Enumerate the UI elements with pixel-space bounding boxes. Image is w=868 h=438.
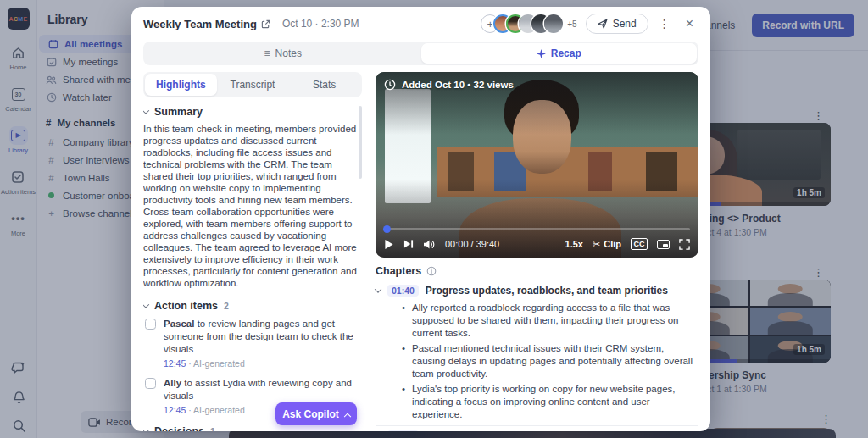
captions-button[interactable]: CC bbox=[631, 238, 648, 250]
chapter-bullet: Pascal mentioned technical issues with t… bbox=[401, 342, 698, 380]
tab-notes[interactable]: ≡ Notes bbox=[145, 43, 421, 64]
avatar[interactable] bbox=[544, 14, 563, 33]
action-items-count: 2 bbox=[224, 301, 229, 311]
subtab-stats[interactable]: Stats bbox=[288, 74, 360, 96]
chapter-row-expanded[interactable]: 01:40 Progress updates, roadblocks, and … bbox=[376, 280, 698, 301]
chevron-down-icon bbox=[143, 426, 149, 431]
subtab-transcript[interactable]: Transcript bbox=[217, 74, 289, 96]
pip-icon[interactable] bbox=[657, 240, 670, 249]
send-button[interactable]: Send bbox=[586, 14, 648, 34]
meeting-recap-modal: Weekly Team Meeting Oct 10 · 2:30 PM + +… bbox=[131, 7, 710, 431]
meeting-title: Weekly Team Meeting bbox=[143, 18, 257, 30]
ai-generated-label: AI-generated bbox=[193, 358, 245, 369]
chapter-timestamp[interactable]: 09:29 bbox=[387, 430, 419, 431]
timestamp-link[interactable]: 12:45 bbox=[164, 405, 186, 415]
subtab-highlights[interactable]: Highlights bbox=[145, 74, 217, 96]
chapter-timestamp[interactable]: 01:40 bbox=[387, 285, 419, 297]
chapters-header: Chapters bbox=[376, 265, 698, 277]
modal-header: Weekly Team Meeting Oct 10 · 2:30 PM + +… bbox=[131, 7, 710, 41]
action-items-header[interactable]: Action items 2 bbox=[143, 300, 362, 312]
play-button[interactable] bbox=[384, 239, 394, 250]
action-item-checkbox[interactable] bbox=[145, 378, 156, 389]
meeting-datetime: Oct 10 · 2:30 PM bbox=[282, 18, 359, 30]
external-link-icon[interactable] bbox=[261, 19, 270, 29]
notes-list-icon: ≡ bbox=[264, 47, 270, 59]
action-item: Pascal to review landing pages and get s… bbox=[145, 318, 362, 369]
meeting-title-row: Weekly Team Meeting bbox=[143, 18, 270, 30]
next-frame-button[interactable] bbox=[403, 239, 414, 249]
decisions-header[interactable]: Decisions 1 bbox=[143, 425, 362, 431]
kebab-menu-icon[interactable]: ⋮ bbox=[657, 17, 672, 30]
assignee-name: Pascal bbox=[164, 319, 194, 329]
action-item-checkbox[interactable] bbox=[145, 319, 156, 330]
fullscreen-icon[interactable] bbox=[679, 239, 690, 250]
subtab-bar: Highlights Transcript Stats bbox=[143, 72, 362, 97]
ai-generated-label: AI-generated bbox=[193, 405, 245, 415]
chapter-bullets: Ally reported a roadblock regarding acce… bbox=[401, 302, 698, 420]
close-icon[interactable]: × bbox=[681, 16, 698, 31]
app-window: ACME Home 30 Calendar ▶ Library Action i… bbox=[0, 0, 868, 438]
chapter-bullet: Lydia's top priority is working on copy … bbox=[401, 383, 698, 421]
recap-panel: Added Oct 10 • 32 views 00:00 / bbox=[376, 72, 698, 431]
timestamp-link[interactable]: 12:45 bbox=[164, 358, 186, 369]
summary-header[interactable]: Summary bbox=[143, 106, 362, 118]
decisions-count: 1 bbox=[210, 426, 215, 431]
video-time: 00:00 / 39:40 bbox=[445, 239, 499, 249]
chevron-down-icon bbox=[143, 302, 149, 308]
send-plane-icon bbox=[598, 19, 608, 29]
video-meta-overlay: Added Oct 10 • 32 views bbox=[384, 79, 514, 91]
chevron-down-icon bbox=[143, 107, 149, 114]
chapter-bullet: Ally reported a roadblock regarding acce… bbox=[401, 302, 698, 340]
avatar-overflow-count[interactable]: +5 bbox=[567, 19, 576, 29]
notes-recap-tabbar: ≡ Notes Recap bbox=[143, 42, 698, 65]
chapter-row[interactable]: 09:29 Cross-team collaboration opportuni… bbox=[376, 425, 698, 431]
video-controls: 00:00 / 39:40 1.5x ✂ Clip CC bbox=[376, 230, 698, 258]
scrollbar[interactable] bbox=[359, 106, 362, 179]
participant-avatars: + +5 bbox=[481, 14, 576, 33]
sparkle-icon bbox=[537, 49, 546, 58]
playback-speed-button[interactable]: 1.5x bbox=[565, 239, 583, 249]
volume-icon[interactable] bbox=[423, 239, 436, 250]
chevron-down-icon bbox=[375, 286, 381, 292]
clip-button[interactable]: ✂ Clip bbox=[593, 239, 621, 250]
info-icon[interactable] bbox=[426, 266, 437, 276]
scissors-icon: ✂ bbox=[593, 239, 600, 250]
summary-text: In this team check-in meeting, members p… bbox=[143, 123, 362, 289]
ask-copilot-button[interactable]: Ask Copilot bbox=[275, 402, 357, 425]
chevron-up-icon bbox=[344, 413, 351, 419]
assignee-name: Ally bbox=[164, 378, 181, 388]
video-player[interactable]: Added Oct 10 • 32 views 00:00 / bbox=[376, 72, 698, 258]
tab-recap[interactable]: Recap bbox=[421, 43, 698, 64]
clock-icon bbox=[384, 79, 396, 91]
highlights-panel: Highlights Transcript Stats Summary In t… bbox=[143, 72, 362, 431]
